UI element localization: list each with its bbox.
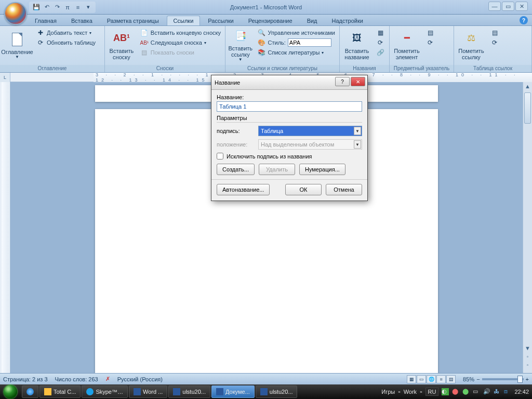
taskbar-item[interactable] [22,385,38,398]
zoom-slider[interactable] [482,378,524,380]
insert-footnote-button[interactable]: AB¹ Вставить сноску [107,28,136,62]
insert-index-button[interactable]: ▤ [424,28,436,37]
tab-review[interactable]: Рецензирование [242,16,299,25]
ruler-corner[interactable]: L [0,73,10,82]
toa-icon: ▤ [490,29,499,37]
manage-sources-button[interactable]: 🔍Управление источниками [256,28,337,37]
next-footnote-button[interactable]: AB¹Следующая сноска▾ [138,38,223,47]
language-indicator[interactable]: RU [425,388,439,396]
status-words[interactable]: Число слов: 263 [55,376,98,382]
toc-button[interactable]: Оглавление ▼ [2,28,32,62]
caption-extra-2[interactable]: ⟳ [374,38,387,47]
status-proofing-icon[interactable]: ✗ [105,376,110,382]
undo-icon[interactable]: ↶ [43,3,51,11]
zoom-in-button[interactable]: + [526,376,529,382]
update-toa-icon: ⟳ [490,38,499,47]
cancel-button[interactable]: Отмена [326,184,362,195]
windows-orb-icon [4,385,17,398]
mark-entry-button[interactable]: ━ Пометить элемент [392,28,422,62]
close-button[interactable]: ✕ [515,2,528,11]
scroll-up-icon[interactable]: ▲ [523,82,532,90]
tab-page-layout[interactable]: Разметка страницы [100,16,166,25]
network-icon[interactable]: 🖧 [494,388,501,395]
bibliography-button[interactable]: 📚Список литературы▾ [256,48,337,57]
insert-caption-button[interactable]: 🖼 Вставить название [342,28,372,62]
format-icon[interactable]: ≡ [74,3,82,11]
insert-toa-button[interactable]: ▤ [488,28,501,37]
tab-view[interactable]: Вид [300,16,324,25]
next-page-icon[interactable]: ◦ [523,361,532,369]
tab-home[interactable]: Главная [28,16,63,25]
status-page[interactable]: Страница: 2 из 3 [3,376,48,382]
taskbar-item[interactable]: Докуме... [211,385,255,398]
maximize-button[interactable]: ▭ [502,2,514,11]
ok-button[interactable]: ОК [285,184,322,195]
dialog-help-button[interactable]: ? [335,77,350,86]
taskbar-item[interactable]: ulstu20... [256,385,298,398]
caption-name-input[interactable] [217,101,362,112]
dialog-separator [211,179,367,180]
taskbar-item[interactable]: Total C... [39,385,81,398]
taskbar-item[interactable]: Word ... [129,385,167,398]
taskbar-item[interactable]: Skype™… [82,385,128,398]
tray-icon[interactable]: ⬤ [452,388,459,395]
autocaption-button[interactable]: Автоназвание... [217,184,270,195]
taskbar-item[interactable]: ulstu20... [168,385,210,398]
numbering-button[interactable]: Нумерация... [299,164,345,175]
caption-label-select[interactable]: Таблица ▼ [258,126,362,136]
view-web-icon[interactable]: 🌐 [427,375,436,383]
ruler-vertical[interactable] [0,82,10,373]
scroll-down-icon[interactable]: ▼ [523,344,532,352]
tray-icon[interactable]: ⬤ [462,388,470,395]
tray-icon[interactable]: ▭ [473,388,480,395]
new-label-button[interactable]: Создать... [217,164,255,175]
scrollbar-vertical[interactable]: ▲ ▼ ◦ ◦ [523,82,532,373]
zoom-level[interactable]: 85% [463,376,474,382]
minimize-button[interactable]: ― [488,2,501,11]
delete-label-button: Удалить [259,164,295,175]
redo-icon[interactable]: ↷ [53,3,61,11]
tab-references[interactable]: Ссылки [167,16,201,25]
volume-icon[interactable]: 🔊 [483,388,490,395]
citation-style-select[interactable] [288,38,331,47]
office-button[interactable] [4,2,27,25]
prev-page-icon[interactable]: ◦ [523,352,532,361]
caption-extra-1[interactable]: ▦ [374,28,387,37]
add-text-button[interactable]: ✚Добавить текст▾ [34,28,98,37]
pi-icon[interactable]: π [63,3,72,11]
mark-entry-icon: ━ [398,30,415,47]
update-table-button[interactable]: ⟳Обновить таблицу [34,38,98,47]
mark-citation-button[interactable]: ⚖ Пометить ссылку [456,28,486,62]
view-outline-icon[interactable]: ≡ [436,375,446,383]
chevron-down-icon: ▼ [15,55,19,60]
dialog-titlebar[interactable]: Название ? ✕ [211,75,367,90]
insert-citation-button[interactable]: 📑 Вставить ссылку ▼ [228,28,254,62]
clock[interactable]: 22:42 [514,389,529,395]
save-icon[interactable]: 💾 [32,3,41,11]
start-button[interactable] [0,384,21,399]
tray-icon[interactable]: ◐ [442,388,449,395]
update-toa-button[interactable]: ⟳ [488,38,501,47]
show-notes-button[interactable]: ▤Показать сноски [138,48,223,57]
zoom-out-button[interactable]: − [476,376,480,382]
view-print-layout-icon[interactable]: ▦ [407,375,416,383]
toolbar-label[interactable]: Игры [381,389,395,395]
dropbox-icon[interactable]: ⧈ [504,388,511,395]
tab-mailings[interactable]: Рассылки [201,16,240,25]
caption-name-label: Название: [217,94,362,100]
exclude-label-checkbox[interactable] [217,153,223,159]
scroll-thumb[interactable] [524,92,531,124]
status-language[interactable]: Русский (Россия) [117,376,163,382]
caption-extra-3[interactable]: 🔗 [374,48,387,57]
insert-endnote-button[interactable]: 📄Вставить концевую сноску [138,28,223,37]
view-fullscreen-icon[interactable]: ▭ [417,375,426,383]
mark-citation-icon: ⚖ [463,30,480,47]
update-index-button[interactable]: ⟳ [424,38,436,47]
help-icon[interactable]: ? [520,16,528,24]
dialog-close-button[interactable]: ✕ [351,77,365,86]
tab-addins[interactable]: Надстройки [325,16,370,25]
toolbar-label[interactable]: Work [404,389,417,395]
qat-customize-icon[interactable]: ▾ [84,3,92,11]
tab-insert[interactable]: Вставка [64,16,99,25]
view-draft-icon[interactable]: ▤ [446,375,456,383]
